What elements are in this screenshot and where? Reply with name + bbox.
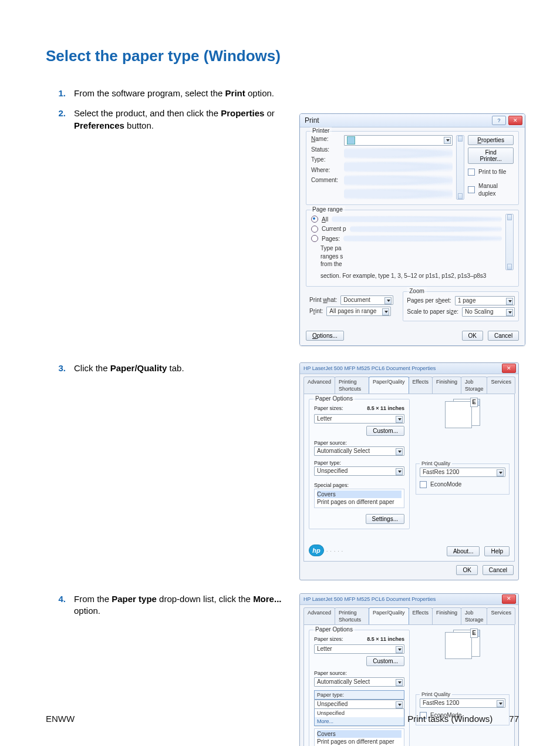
tab-printing-shortcuts[interactable]: Printing Shortcuts <box>335 607 369 624</box>
tab-services[interactable]: Services <box>487 607 515 624</box>
scale-to-paper-dropdown[interactable]: No Scaling <box>462 307 515 317</box>
tab-advanced[interactable]: Advanced <box>303 377 335 394</box>
cancel-button[interactable]: Cancel <box>488 331 519 341</box>
paper-preview-icon: E <box>445 630 480 659</box>
tab-paper-quality[interactable]: Paper/Quality <box>369 377 409 394</box>
label-paper-sizes: Paper sizes: <box>314 636 343 643</box>
print-to-file-checkbox[interactable]: Print to file <box>468 168 514 176</box>
group-paper-options: Paper Options Paper sizes: 8.5 × 11 inch… <box>309 630 410 746</box>
economode-label: EconoMode <box>430 480 461 489</box>
step-4-bold2: More... <box>253 594 281 604</box>
find-printer-button[interactable]: Find Printer... <box>468 147 514 164</box>
special-pages-covers: Covers <box>317 730 402 738</box>
footer-left: ENWW <box>46 713 75 725</box>
custom-button[interactable]: Custom... <box>366 426 404 436</box>
group-print-quality: Print Quality FastRes 1200 EconoMode <box>416 463 510 495</box>
cancel-button[interactable]: Cancel <box>483 565 514 575</box>
properties-button[interactable]: Properties <box>468 135 514 145</box>
paper-source-dropdown[interactable]: Automatically Select <box>314 446 404 456</box>
legend-zoom: Zoom <box>407 287 427 295</box>
step-1-bold: Print <box>225 88 245 98</box>
tabbar: Advanced Printing Shortcuts Paper/Qualit… <box>300 605 518 624</box>
tab-services[interactable]: Services <box>487 377 515 394</box>
label-paper-sizes: Paper sizes: <box>314 405 343 412</box>
pages-per-sheet-dropdown[interactable]: 1 page <box>455 296 515 305</box>
print-quality-dropdown[interactable]: FastRes 1200 <box>420 698 505 708</box>
dialog-title: Print <box>305 116 319 125</box>
hp-logo-icon: hp <box>309 545 343 556</box>
help-icon[interactable]: ? <box>492 116 506 125</box>
step-number: 3. <box>46 362 74 374</box>
print-range-dropdown[interactable]: All pages in range <box>326 307 391 316</box>
tab-effects[interactable]: Effects <box>409 607 433 624</box>
step-3-bold: Paper/Quality <box>110 363 167 373</box>
ok-button[interactable]: OK <box>462 331 483 341</box>
scrollbar[interactable] <box>505 214 514 270</box>
paper-type-dropdown[interactable]: Unspecified <box>314 466 404 476</box>
dialog-titlebar: HP LaserJet 500 MFP M525 PCL6 Document P… <box>300 594 518 605</box>
step-2-bold2: Preferences <box>74 120 124 130</box>
label-special-pages: Special pages: <box>314 482 404 489</box>
label-where: Where: <box>311 166 340 174</box>
blurred-value <box>344 174 453 186</box>
radio-current[interactable]: Current p <box>311 225 502 233</box>
group-paper-options: Paper Options Paper sizes: 8.5 × 11 inch… <box>309 399 410 529</box>
scrollbar[interactable] <box>456 135 464 200</box>
tab-advanced[interactable]: Advanced <box>303 607 335 624</box>
about-button[interactable]: About... <box>447 546 480 556</box>
tab-effects[interactable]: Effects <box>409 377 433 394</box>
step-3-pre: Click the <box>74 363 110 373</box>
paper-size-dim: 8.5 × 11 inches <box>367 636 404 643</box>
paper-size-dim: 8.5 × 11 inches <box>367 405 404 412</box>
page-heading: Select the paper type (Windows) <box>46 46 519 66</box>
paper-size-dropdown[interactable]: Letter <box>314 644 404 654</box>
custom-button[interactable]: Custom... <box>366 656 404 666</box>
label-current: Current p <box>322 225 346 233</box>
special-pages-covers: Covers <box>317 490 402 499</box>
print-to-file-label: Print to file <box>478 168 506 176</box>
step-2-pre: Select the product, and then click the <box>74 108 221 118</box>
radio-all[interactable]: All <box>311 216 502 224</box>
paper-source-dropdown[interactable]: Automatically Select <box>314 677 404 687</box>
legend-printer: Printer <box>310 127 332 135</box>
tab-finishing[interactable]: Finishing <box>432 377 461 394</box>
label-print: Print: <box>309 307 323 315</box>
ok-button[interactable]: OK <box>456 565 477 575</box>
paper-type-dropdown[interactable]: Unspecified <box>314 700 404 709</box>
page-range-hint: section. For example, type 1, 3, 5–12 or… <box>321 272 486 280</box>
print-what-dropdown[interactable]: Document <box>340 295 393 305</box>
radio-pages[interactable]: Pages: <box>311 235 502 243</box>
tab-finishing[interactable]: Finishing <box>432 607 461 624</box>
label-pps: Pages per sheet: <box>407 297 451 305</box>
special-pages-list[interactable]: Covers Print pages on different paper <box>314 489 404 508</box>
close-icon[interactable]: ✕ <box>508 116 522 125</box>
tab-job-storage[interactable]: Job Storage <box>461 377 488 394</box>
manual-duplex-label: Manual duplex <box>478 182 514 198</box>
blurred-value <box>344 188 453 200</box>
blurred-value <box>344 161 453 173</box>
blurred-value <box>344 147 453 159</box>
tab-printing-shortcuts[interactable]: Printing Shortcuts <box>335 377 369 394</box>
legend-paper-options: Paper Options <box>313 395 355 403</box>
dialog-title-blurred: HP LaserJet 500 MFP M525 PCL6 Document P… <box>303 365 436 372</box>
help-button[interactable]: Help <box>484 546 510 556</box>
manual-duplex-checkbox[interactable]: Manual duplex <box>468 182 514 198</box>
page-number: 77 <box>509 713 519 725</box>
settings-button[interactable]: Settings... <box>366 514 404 524</box>
step-3: 3. Click the Paper/Quality tab. <box>46 362 292 374</box>
close-icon[interactable]: ✕ <box>502 594 516 604</box>
step-1-post: option. <box>245 88 274 98</box>
close-icon[interactable]: ✕ <box>502 364 516 373</box>
paper-size-dropdown[interactable]: Letter <box>314 414 404 424</box>
legend-print-quality: Print Quality <box>420 691 452 698</box>
print-quality-dropdown[interactable]: FastRes 1200 <box>420 468 505 477</box>
tab-paper-quality[interactable]: Paper/Quality <box>369 607 409 624</box>
options-button[interactable]: Options... <box>306 331 344 341</box>
dialog-titlebar: HP LaserJet 500 MFP M525 PCL6 Document P… <box>300 363 518 374</box>
label-paper-type: Paper type: <box>314 690 404 700</box>
group-printer: Printer Name: Status: Type: Where: Comme… <box>306 131 519 205</box>
printer-name-dropdown[interactable] <box>344 135 453 146</box>
tab-job-storage[interactable]: Job Storage <box>461 607 488 624</box>
economode-checkbox[interactable]: EconoMode <box>420 480 505 489</box>
special-pages-list[interactable]: Covers Print pages on different paper <box>314 728 404 746</box>
